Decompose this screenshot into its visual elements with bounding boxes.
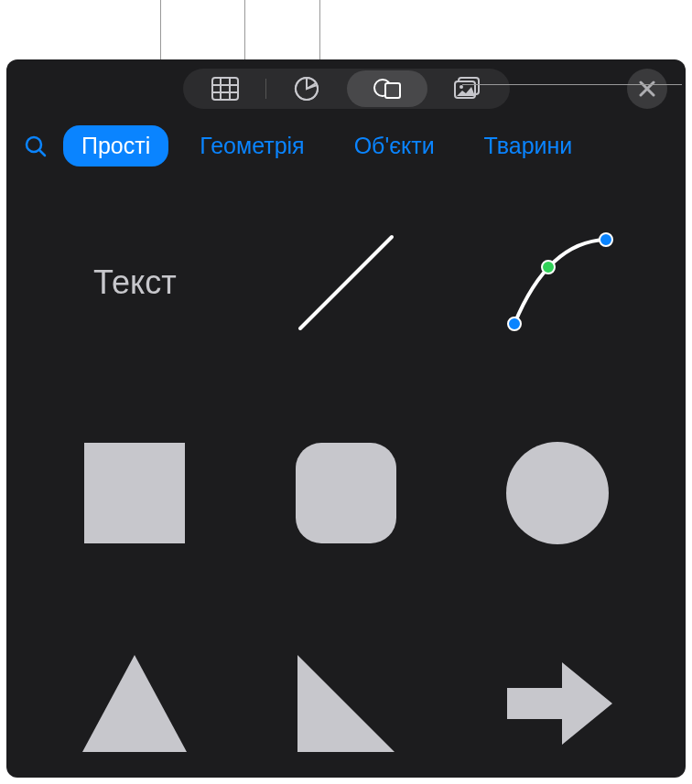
shape-text-label: Текст <box>93 263 177 302</box>
arrow-right-icon <box>498 644 617 763</box>
svg-marker-25 <box>297 655 395 752</box>
shape-square[interactable] <box>43 424 227 562</box>
svg-rect-22 <box>296 443 396 543</box>
svg-rect-0 <box>212 78 238 100</box>
shapes-button[interactable] <box>347 70 427 107</box>
callout-line-chart <box>244 0 245 59</box>
category-basic[interactable]: Прості <box>63 125 168 166</box>
category-geometry[interactable]: Геометрія <box>181 125 322 166</box>
shape-curve[interactable] <box>465 214 649 351</box>
shape-rounded-square[interactable] <box>254 424 438 562</box>
shape-line[interactable] <box>254 214 438 351</box>
shape-triangle[interactable] <box>43 635 227 772</box>
shapes-icon <box>373 76 402 102</box>
svg-marker-26 <box>507 662 612 745</box>
category-objects[interactable]: Об'єкти <box>336 125 453 166</box>
shape-right-triangle[interactable] <box>254 635 438 772</box>
shape-text[interactable]: Текст <box>43 214 227 351</box>
table-button[interactable] <box>185 70 265 107</box>
svg-point-18 <box>508 317 521 330</box>
svg-line-17 <box>300 237 392 328</box>
svg-rect-9 <box>385 83 400 98</box>
square-icon <box>75 434 194 553</box>
toolbar-segmented-control <box>183 69 510 109</box>
insert-toolbar <box>6 59 686 114</box>
chart-icon <box>294 76 319 102</box>
media-icon <box>453 76 482 102</box>
circle-icon <box>498 434 617 553</box>
svg-point-20 <box>600 233 612 246</box>
media-button[interactable] <box>427 70 508 107</box>
triangle-icon <box>75 644 194 763</box>
svg-point-12 <box>460 85 463 89</box>
search-button[interactable] <box>21 132 50 161</box>
svg-point-19 <box>542 261 555 274</box>
table-icon <box>211 77 239 101</box>
callout-line-table <box>160 0 161 59</box>
search-icon <box>24 134 48 158</box>
curve-icon <box>498 223 617 342</box>
callout-line-shapes <box>319 0 320 59</box>
chart-button[interactable] <box>266 70 347 107</box>
right-triangle-icon <box>287 644 405 763</box>
category-bar: Прості Геометрія Об'єкти Тварини <box>6 114 686 177</box>
rounded-square-icon <box>287 434 405 553</box>
category-animals[interactable]: Тварини <box>466 125 591 166</box>
insert-panel: Прості Геометрія Об'єкти Тварини Текст <box>6 59 686 778</box>
svg-point-23 <box>506 442 609 544</box>
close-icon <box>639 81 655 97</box>
callout-line-media <box>462 84 682 85</box>
svg-line-16 <box>39 150 45 156</box>
shape-arrow-right[interactable] <box>465 635 649 772</box>
close-button[interactable] <box>627 69 667 109</box>
svg-marker-24 <box>82 655 187 752</box>
svg-rect-21 <box>84 443 185 543</box>
shape-circle[interactable] <box>465 424 649 562</box>
shapes-grid: Текст <box>6 177 686 772</box>
line-icon <box>287 223 405 342</box>
